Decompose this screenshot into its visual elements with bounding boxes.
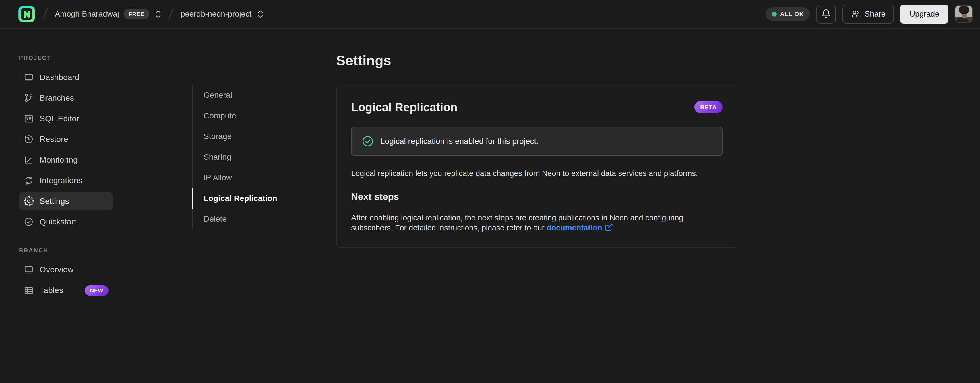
dashboard-icon [22,71,35,84]
table-icon [22,284,35,297]
sidebar-item-label: Quickstart [40,217,76,226]
history-clock-icon [22,133,35,146]
card-title-row: Logical Replication BETA [351,100,722,114]
sidebar-section-branch-label: BRANCH [19,247,131,254]
sidebar-item-label: Restore [40,135,68,144]
project-breadcrumb: peerdb-neon-project [181,10,264,19]
settings-page: Settings Logical Replication BETA Logica… [336,28,737,248]
sidebar-section-gap [19,233,131,247]
org-switcher-chevrons-icon[interactable] [155,10,161,18]
next-steps-text: After enabling logical replication, the … [351,214,683,232]
sidebar-item-monitoring[interactable]: Monitoring [19,151,113,169]
sidebar-item-branches[interactable]: Branches [19,89,113,107]
upgrade-button[interactable]: Upgrade [900,5,948,24]
settings-nav-compute[interactable]: Compute [193,106,277,126]
replication-enabled-alert: Logical replication is enabled for this … [351,127,722,156]
plan-badge: FREE [124,9,150,19]
sidebar-item-overview[interactable]: Overview [19,261,113,279]
main-content: General Compute Storage Sharing IP Allow… [132,28,980,383]
card-title: Logical Replication [351,101,458,114]
project-name[interactable]: peerdb-neon-project [181,10,251,19]
sidebar-item-tables[interactable]: Tables NEW [19,281,113,299]
sidebar-branch-items: Overview Tables NEW [19,261,113,299]
share-label: Share [865,10,885,19]
sidebar-item-label: Monitoring [40,155,78,165]
sidebar-item-dashboard[interactable]: Dashboard [19,68,113,87]
next-steps-heading: Next steps [351,191,722,202]
next-steps-paragraph: After enabling logical replication, the … [351,213,722,233]
sidebar-item-sql-editor[interactable]: SQL Editor [19,109,113,128]
settings-nav-logical-replication[interactable]: Logical Replication [192,188,277,209]
breadcrumb-separator [168,8,173,21]
sidebar-item-restore[interactable]: Restore [19,130,113,149]
users-icon [851,9,861,19]
documentation-link[interactable]: documentation [547,224,602,232]
sidebar-item-label: Tables [40,286,63,295]
neon-logo-icon [18,5,36,23]
sidebar-item-label: Integrations [40,176,83,185]
sidebar-item-settings[interactable]: Settings [19,192,113,210]
breadcrumb-separator [43,8,48,21]
sidebar-item-quickstart[interactable]: Quickstart [19,213,113,231]
logical-replication-card: Logical Replication BETA Logical replica… [336,85,737,248]
status-ok-dot [772,12,777,17]
org-breadcrumb: Amogh Bharadwaj FREE [55,9,161,19]
gear-icon [22,195,35,207]
window-icon [22,263,35,276]
check-circle-icon [22,215,35,228]
top-bar-actions: ALL OK Share Upgrade [765,5,972,24]
sidebar-item-integrations[interactable]: Integrations [19,171,113,190]
system-status-badge[interactable]: ALL OK [765,8,810,21]
sidebar-item-label: Dashboard [40,73,80,82]
integrations-cycle-icon [22,174,35,187]
breadcrumb: Amogh Bharadwaj FREE peerdb-neon-project [18,5,264,23]
neon-console-app: Amogh Bharadwaj FREE peerdb-neon-project [0,0,980,383]
sidebar-item-label: SQL Editor [40,114,79,123]
page-title: Settings [336,53,737,68]
beta-badge: BETA [694,101,722,113]
settings-nav: General Compute Storage Sharing IP Allow… [192,85,277,229]
alert-text: Logical replication is enabled for this … [380,137,539,146]
sql-terminal-icon [22,112,35,125]
sidebar: PROJECT Dashboard Branches SQL Editor [0,28,132,383]
replication-description: Logical replication lets you replicate d… [351,169,722,179]
share-button[interactable]: Share [842,5,894,24]
user-avatar[interactable] [955,5,972,23]
org-name[interactable]: Amogh Bharadwaj [55,10,119,19]
settings-nav-general[interactable]: General [193,85,277,106]
settings-nav-storage[interactable]: Storage [193,126,277,147]
sidebar-item-label: Settings [40,197,69,206]
sidebar-item-label: Overview [40,265,73,274]
external-link-icon[interactable] [605,223,613,232]
sidebar-item-label: Branches [40,93,74,103]
notifications-button[interactable] [816,5,836,24]
sidebar-project-items: Dashboard Branches SQL Editor Restore [19,68,113,231]
settings-nav-ip-allow[interactable]: IP Allow [193,168,277,188]
project-switcher-chevrons-icon[interactable] [257,10,264,18]
settings-nav-delete[interactable]: Delete [193,209,277,229]
chart-line-icon [22,154,35,166]
success-check-circle-icon [361,135,374,148]
settings-nav-sharing[interactable]: Sharing [193,147,277,168]
top-bar: Amogh Bharadwaj FREE peerdb-neon-project [0,0,980,28]
neon-logo[interactable] [18,5,36,23]
status-text: ALL OK [780,11,804,17]
sidebar-section-project-label: PROJECT [19,54,131,61]
git-branch-icon [22,92,35,104]
new-badge: NEW [85,285,108,296]
bell-icon [821,9,831,19]
